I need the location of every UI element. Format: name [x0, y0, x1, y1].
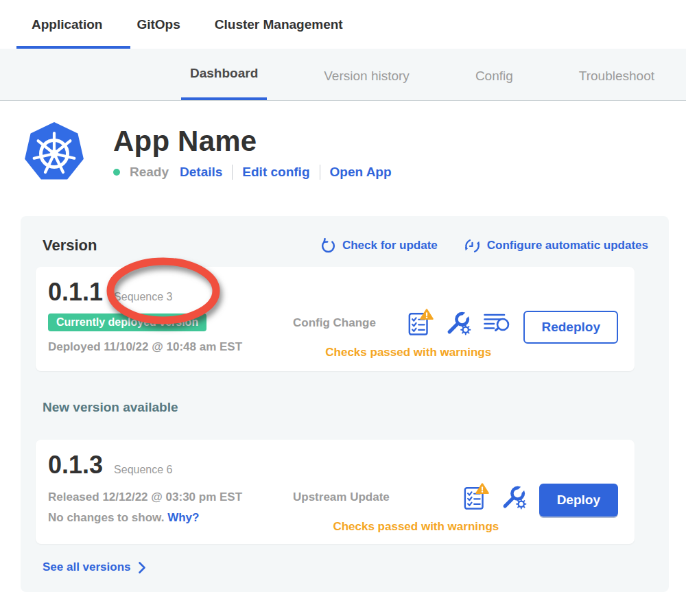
tab-dashboard[interactable]: Dashboard: [181, 49, 267, 100]
app-header: App Name Ready Details Edit config Open …: [24, 121, 686, 183]
available-version-number: 0.1.3: [48, 451, 103, 479]
version-source-label: Config Change: [293, 316, 376, 330]
configure-automatic-updates-label: Configure automatic updates: [487, 239, 648, 252]
config-edit-icon[interactable]: [446, 310, 471, 335]
tab-gitops[interactable]: GitOps: [137, 17, 180, 32]
why-link[interactable]: Why?: [167, 511, 199, 524]
app-section-nav: Dashboard Version history Config Trouble…: [0, 49, 686, 101]
active-tab-underline: [16, 46, 130, 49]
auto-update-clock-icon: [464, 237, 481, 254]
tab-application[interactable]: Application: [32, 17, 102, 32]
kubernetes-logo: [24, 121, 84, 183]
current-sequence-label: Sequence 3: [114, 291, 172, 303]
tab-cluster-management[interactable]: Cluster Management: [215, 17, 343, 32]
configure-automatic-updates-link[interactable]: Configure automatic updates: [464, 237, 648, 254]
open-app-link[interactable]: Open App: [330, 165, 392, 180]
tab-version-history[interactable]: Version history: [315, 49, 418, 100]
tab-config[interactable]: Config: [466, 49, 522, 100]
version-panel-title: Version: [43, 237, 97, 254]
deploy-button[interactable]: Deploy: [539, 484, 618, 517]
edit-config-link[interactable]: Edit config: [242, 165, 309, 180]
new-version-heading: New version available: [43, 400, 648, 415]
version-source-label: Upstream Update: [293, 490, 390, 504]
refresh-icon: [320, 238, 336, 254]
preflight-status-text: Checks passed with warnings: [293, 520, 539, 534]
check-for-update-label: Check for update: [342, 239, 438, 252]
see-all-versions-link[interactable]: See all versions: [43, 560, 648, 574]
version-panel: Version Check for update Configure autom…: [21, 216, 669, 592]
deployed-timestamp: Deployed 11/10/22 @ 10:48 am EST: [48, 340, 293, 354]
chevron-right-icon: [138, 561, 146, 574]
preflight-checks-icon[interactable]: [463, 482, 489, 512]
current-version-card: 0.1.1 Sequence 3 Currently deployed vers…: [36, 267, 635, 371]
preflight-checks-icon[interactable]: [407, 308, 434, 337]
details-link[interactable]: Details: [180, 165, 222, 180]
page-title: App Name: [113, 125, 392, 158]
divider: [232, 165, 233, 180]
available-sequence-label: Sequence 6: [114, 464, 172, 476]
currently-deployed-badge: Currently deployed version: [48, 313, 206, 331]
config-edit-icon[interactable]: [501, 484, 527, 510]
check-for-update-link[interactable]: Check for update: [320, 238, 438, 254]
see-all-versions-label: See all versions: [43, 560, 131, 574]
divider: [320, 165, 320, 180]
status-dot: [113, 169, 120, 176]
current-version-number: 0.1.1: [48, 278, 103, 307]
released-timestamp: Released 12/12/22 @ 03:30 pm EST: [48, 490, 293, 504]
status-badge: Ready: [130, 165, 169, 180]
primary-nav: Application GitOps Cluster Management: [0, 0, 686, 49]
redeploy-button[interactable]: Redeploy: [523, 311, 618, 344]
diff-view-icon[interactable]: [484, 312, 511, 334]
preflight-status-text: Checks passed with warnings: [293, 346, 523, 359]
available-version-card: 0.1.3 Sequence 6 Released 12/12/22 @ 03:…: [36, 440, 635, 544]
tab-troubleshoot[interactable]: Troubleshoot: [570, 49, 663, 100]
no-changes-text: No changes to show.: [48, 511, 164, 524]
